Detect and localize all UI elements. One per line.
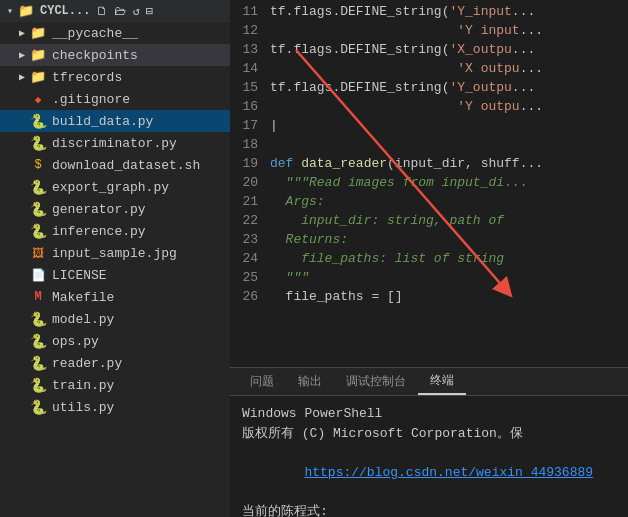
root-folder-label: CYCL...: [40, 4, 90, 18]
sidebar-item-license[interactable]: ▶ 📄 LICENSE: [0, 264, 230, 286]
sidebar-item-checkpoints[interactable]: ▶ 📁 checkpoints: [0, 44, 230, 66]
root-chevron: ▾: [4, 5, 16, 17]
code-line-18: [270, 135, 628, 154]
sidebar-item-build-data[interactable]: ▶ 🐍 build_data.py: [0, 110, 230, 132]
checkpoints-chevron: ▶: [16, 49, 28, 61]
pycache-chevron: ▶: [16, 27, 28, 39]
sidebar-item-export-graph[interactable]: ▶ 🐍 export_graph.py: [0, 176, 230, 198]
editor-container: 11 12 13 14 15 16 17 18 19 20 21 22 23 2…: [230, 0, 628, 517]
sidebar-item-ops[interactable]: ▶ 🐍 ops.py: [0, 330, 230, 352]
model-label: model.py: [52, 312, 114, 327]
build-data-label: build_data.py: [52, 114, 153, 129]
code-line-17: |: [270, 116, 628, 135]
code-line-15: tf.flags.DEFINE_string('Y_outpu...: [270, 78, 628, 97]
inference-icon: 🐍: [30, 223, 46, 239]
code-line-24: file_paths: list of string: [270, 249, 628, 268]
train-label: train.py: [52, 378, 114, 393]
code-line-21: Args:: [270, 192, 628, 211]
license-icon: 📄: [30, 267, 46, 283]
new-file-icon[interactable]: 🗋: [96, 4, 108, 19]
code-line-14: 'X outpu...: [270, 59, 628, 78]
code-line-20: """Read images from input_di...: [270, 173, 628, 192]
discriminator-label: discriminator.py: [52, 136, 177, 151]
sidebar-item-download-dataset[interactable]: ▶ $ download_dataset.sh: [0, 154, 230, 176]
sidebar-item-generator[interactable]: ▶ 🐍 generator.py: [0, 198, 230, 220]
build-data-icon: 🐍: [30, 113, 46, 129]
reader-icon: 🐍: [30, 355, 46, 371]
generator-label: generator.py: [52, 202, 146, 217]
gitignore-label: .gitignore: [52, 92, 130, 107]
download-dataset-label: download_dataset.sh: [52, 158, 200, 173]
export-graph-label: export_graph.py: [52, 180, 169, 195]
tfrecords-icon: 📁: [30, 69, 46, 85]
new-folder-icon[interactable]: 🗁: [114, 4, 126, 19]
tab-terminal-label: 终端: [430, 372, 454, 389]
sidebar-item-makefile[interactable]: ▶ M Makefile: [0, 286, 230, 308]
tab-output-label: 输出: [298, 373, 322, 390]
pycache-icon: 📁: [30, 25, 46, 41]
refresh-icon[interactable]: ↺: [132, 4, 139, 19]
collapse-icon[interactable]: ⊟: [146, 4, 153, 19]
tab-problems-label: 问题: [250, 373, 274, 390]
tab-terminal[interactable]: 终端: [418, 367, 466, 395]
code-editor: 11 12 13 14 15 16 17 18 19 20 21 22 23 2…: [230, 0, 628, 367]
code-line-16: 'Y outpu...: [270, 97, 628, 116]
sh-icon: $: [30, 157, 46, 173]
root-folder-icon: 📁: [18, 3, 34, 19]
discriminator-icon: 🐍: [30, 135, 46, 151]
generator-icon: 🐍: [30, 201, 46, 217]
sidebar-item-utils[interactable]: ▶ 🐍 utils.py: [0, 396, 230, 418]
train-icon: 🐍: [30, 377, 46, 393]
code-line-22: input_dir: string, path of: [270, 211, 628, 230]
tab-debug-console[interactable]: 调试控制台: [334, 367, 418, 395]
panel-tabs: 问题 输出 调试控制台 终端: [230, 368, 628, 396]
sidebar-item-input-sample[interactable]: ▶ 🖼 input_sample.jpg: [0, 242, 230, 264]
tfrecords-label: tfrecords: [52, 70, 122, 85]
code-line-25: """: [270, 268, 628, 287]
sidebar-item-pycache[interactable]: ▶ 📁 __pycache__: [0, 22, 230, 44]
sidebar-item-train[interactable]: ▶ 🐍 train.py: [0, 374, 230, 396]
line-numbers: 11 12 13 14 15 16 17 18 19 20 21 22 23 2…: [230, 0, 266, 367]
code-line-19: def data_reader(input_dir, shuff...: [270, 154, 628, 173]
input-sample-label: input_sample.jpg: [52, 246, 177, 261]
checkpoints-icon: 📁: [30, 47, 46, 63]
utils-label: utils.py: [52, 400, 114, 415]
code-content[interactable]: tf.flags.DEFINE_string('Y_input... 'Y in…: [266, 0, 628, 367]
ops-label: ops.py: [52, 334, 99, 349]
terminal-line-3: https://blog.csdn.net/weixin_44936889: [242, 443, 616, 502]
tab-output[interactable]: 输出: [286, 367, 334, 395]
terminal-line-2: 版权所有 (C) Microsoft Corporation。保: [242, 424, 616, 444]
tab-debug-label: 调试控制台: [346, 373, 406, 390]
sidebar-item-model[interactable]: ▶ 🐍 model.py: [0, 308, 230, 330]
terminal-line-4: 当前的陈程式:: [242, 502, 616, 518]
tfrecords-chevron: ▶: [16, 71, 28, 83]
ops-icon: 🐍: [30, 333, 46, 349]
terminal-content[interactable]: Windows PowerShell 版权所有 (C) Microsoft Co…: [230, 396, 628, 517]
sidebar-item-inference[interactable]: ▶ 🐍 inference.py: [0, 220, 230, 242]
sidebar-item-gitignore[interactable]: ▶ ◆ .gitignore: [0, 88, 230, 110]
checkpoints-label: checkpoints: [52, 48, 138, 63]
root-folder[interactable]: ▾ 📁 CYCL... 🗋 🗁 ↺ ⊟: [0, 0, 230, 22]
code-line-26: file_paths = []: [270, 287, 628, 306]
utils-icon: 🐍: [30, 399, 46, 415]
code-line-23: Returns:: [270, 230, 628, 249]
license-label: LICENSE: [52, 268, 107, 283]
makefile-icon: M: [30, 289, 46, 305]
gitignore-icon: ◆: [30, 91, 46, 107]
sidebar-item-discriminator[interactable]: ▶ 🐍 discriminator.py: [0, 132, 230, 154]
code-line-11: tf.flags.DEFINE_string('Y_input...: [270, 2, 628, 21]
makefile-label: Makefile: [52, 290, 114, 305]
tab-problems[interactable]: 问题: [238, 367, 286, 395]
model-icon: 🐍: [30, 311, 46, 327]
sidebar-item-tfrecords[interactable]: ▶ 📁 tfrecords: [0, 66, 230, 88]
terminal-url[interactable]: https://blog.csdn.net/weixin_44936889: [304, 465, 593, 480]
jpg-icon: 🖼: [30, 245, 46, 261]
reader-label: reader.py: [52, 356, 122, 371]
inference-label: inference.py: [52, 224, 146, 239]
code-line-13: tf.flags.DEFINE_string('X_outpu...: [270, 40, 628, 59]
sidebar-item-reader[interactable]: ▶ 🐍 reader.py: [0, 352, 230, 374]
export-graph-icon: 🐍: [30, 179, 46, 195]
sidebar: ▾ 📁 CYCL... 🗋 🗁 ↺ ⊟ ▶ 📁 __pycache__ ▶ 📁 …: [0, 0, 230, 517]
panel: 问题 输出 调试控制台 终端 Windows PowerShell 版权所有 (…: [230, 367, 628, 517]
code-line-12: 'Y input...: [270, 21, 628, 40]
